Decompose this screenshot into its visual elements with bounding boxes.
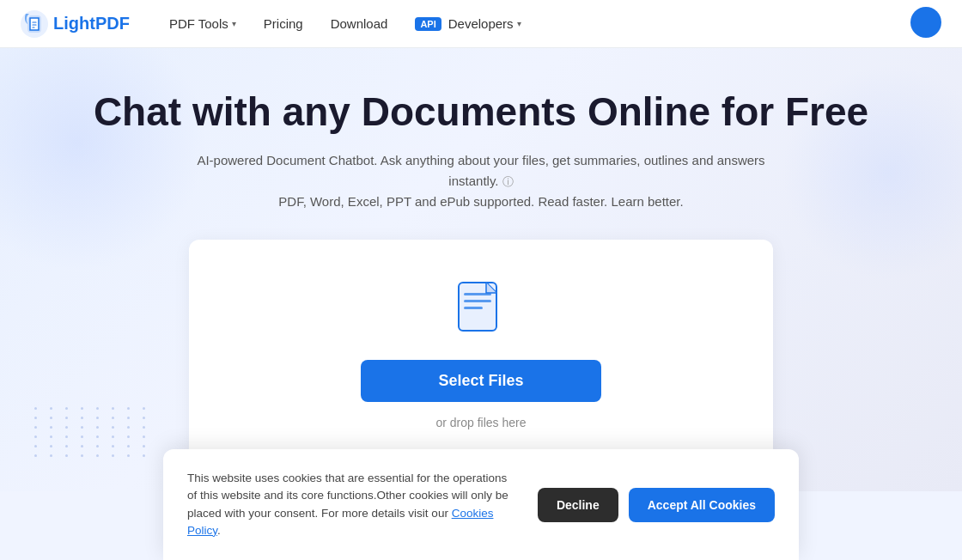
nav-links: PDF Tools ▾ Pricing Download API Develop… xyxy=(157,9,910,38)
api-badge: API xyxy=(415,17,441,31)
navigation: LightPDF PDF Tools ▾ Pricing Download AP… xyxy=(0,0,962,48)
chevron-down-icon: ▾ xyxy=(232,19,236,28)
cookie-message: This website uses cookies that are essen… xyxy=(187,470,510,539)
nav-pricing[interactable]: Pricing xyxy=(252,9,315,38)
accept-cookies-button[interactable]: Accept All Cookies xyxy=(629,488,775,522)
decline-cookies-button[interactable]: Decline xyxy=(538,488,618,522)
logo-pdf: PDF xyxy=(95,14,130,33)
drop-hint: or drop files here xyxy=(435,416,526,429)
cookie-banner: This website uses cookies that are essen… xyxy=(163,449,799,560)
logo[interactable]: LightPDF xyxy=(21,10,130,38)
dot-decoration: // Inline dot generation for(let i=0; i<… xyxy=(34,407,151,457)
nav-right xyxy=(910,7,941,41)
nav-developers[interactable]: API Developers ▾ xyxy=(403,9,533,38)
svg-rect-4 xyxy=(464,307,483,309)
hero-title: Chat with any Documents Online for Free xyxy=(21,89,941,135)
cookie-actions: Decline Accept All Cookies xyxy=(538,488,775,522)
nav-download[interactable]: Download xyxy=(319,9,400,38)
chevron-down-icon: ▾ xyxy=(517,19,521,28)
nav-pdf-tools[interactable]: PDF Tools ▾ xyxy=(157,9,248,38)
file-upload-icon xyxy=(454,281,508,346)
hero-subtitle: AI-powered Document Chatbot. Ask anythin… xyxy=(180,150,782,212)
select-files-button[interactable]: Select Files xyxy=(361,360,601,402)
user-account-button[interactable] xyxy=(910,7,941,38)
upload-card: Select Files or drop files here xyxy=(189,240,773,464)
hero-section: // Inline dot generation for(let i=0; i<… xyxy=(0,48,962,491)
logo-light: Light xyxy=(53,14,95,33)
svg-rect-3 xyxy=(464,300,491,302)
info-icon: ⓘ xyxy=(502,175,514,188)
